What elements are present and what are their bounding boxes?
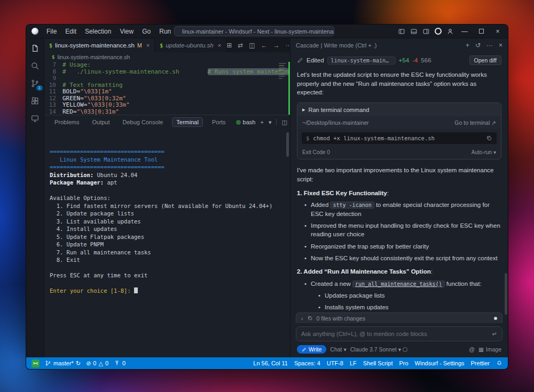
mention-button[interactable]: @ [469, 346, 475, 353]
minimap[interactable] [278, 62, 287, 115]
customize-layout-icon[interactable] [422, 28, 430, 35]
toggle-primary-sidebar-icon[interactable] [398, 28, 405, 35]
panel-tab-debug-console[interactable]: Debug Console [119, 118, 167, 126]
write-mode-button[interactable]: Write [297, 345, 326, 354]
copy-icon[interactable] [486, 135, 492, 141]
history-icon[interactable]: ↺ [475, 42, 481, 49]
cascade-scrollbar[interactable] [505, 273, 507, 315]
status-cursor-position[interactable]: Ln 56, Col 11 [253, 360, 288, 366]
menu-edit[interactable]: Edit [61, 27, 80, 36]
status-eol[interactable]: LF [350, 360, 357, 366]
explorer-icon[interactable] [30, 44, 40, 53]
improvements-list: 1. Fixed ESC Key Functionality:•Added st… [297, 189, 501, 313]
cascade-toolbar: Write Chat ▾ Claude 3.7 Sonnet ▾ @ ▦ Ima… [290, 341, 508, 357]
terminal-line: 1. Find fastest mirror servers (Not avai… [50, 202, 285, 210]
prev-change-icon[interactable]: ‹ [301, 315, 303, 322]
tab-update-ubuntu.sh[interactable]: $update-ubuntu.sh× [155, 38, 226, 52]
open-diff-button[interactable]: Open diff [469, 55, 501, 65]
terminal-line: Package Manager: apt [50, 179, 285, 187]
menu-selection[interactable]: Selection [81, 27, 115, 36]
bell-icon[interactable] [496, 360, 502, 366]
sub-bullet-item: •Updates package lists [304, 291, 501, 300]
menu-run[interactable]: Run [155, 27, 175, 36]
status-windsurf-settings[interactable]: Windsurf - Settings [415, 360, 465, 366]
line-number: 14 [44, 109, 62, 115]
files-with-changes-label: 0 files with changes [317, 315, 366, 322]
additions-count: +54 [399, 57, 410, 63]
split-terminal-icon[interactable]: ◫ [281, 119, 287, 126]
terminal-command-card: ▸ Ran terminal command ~/Desktop/linux-m… [297, 102, 501, 159]
status-encoding[interactable]: UTF-8 [327, 360, 343, 366]
remote-explorer-icon[interactable] [30, 114, 40, 123]
ports-item[interactable]: 0 [114, 360, 125, 366]
navigate-forward-icon[interactable]: → [273, 42, 280, 49]
terminal-scrollbar[interactable] [286, 132, 289, 157]
command-text: chmod +x linux-system-maintenance.sh [313, 135, 435, 141]
toggle-diff-icon[interactable]: ⇄ [238, 42, 243, 49]
cascade-close-icon[interactable]: × [499, 42, 502, 49]
image-button[interactable]: ▦ Image [478, 346, 501, 353]
code-editor[interactable]: 7# Usage:8# ./linux-system-maintenance.s… [44, 62, 290, 115]
chat-mode-button[interactable]: Chat ▾ [330, 346, 346, 353]
editor-group: $linux-system-maintenance.shM×$update-ub… [44, 38, 290, 357]
panel-tab-problems[interactable]: Problems [51, 118, 83, 126]
panel-tab-terminal[interactable]: Terminal [172, 117, 203, 127]
panel-tab-ports[interactable]: Ports [208, 118, 230, 126]
account-icon[interactable] [446, 28, 454, 35]
window-title-search[interactable]: linux-maintainer - Windsurf - Next - lin… [174, 26, 334, 36]
git-branch-item[interactable]: master* ↻ [45, 360, 81, 367]
shell-file-icon: $ [52, 54, 54, 60]
problems-item[interactable]: ⊘0 △0 [86, 360, 108, 367]
auto-run-dropdown[interactable]: Auto-run ▾ [472, 149, 496, 155]
close-tab-icon[interactable]: × [218, 42, 221, 49]
files-with-changes-bar[interactable]: ‹ 0 files with changes [296, 313, 502, 323]
command-card-header[interactable]: ▸ Ran terminal command [297, 103, 501, 116]
terminal-output[interactable]: ================================== Linux… [44, 129, 290, 357]
go-to-terminal-link[interactable]: Go to terminal ↗ [454, 119, 496, 126]
toggle-panel-icon[interactable] [410, 28, 418, 35]
status-indentation[interactable]: Spaces: 4 [294, 360, 320, 366]
new-terminal-icon[interactable]: + [260, 119, 263, 125]
terminal-profile[interactable]: bash [236, 119, 256, 125]
terminal-profile-dropdown-icon[interactable]: ▾ [269, 119, 272, 126]
menu-file[interactable]: File [43, 27, 60, 36]
menu-go[interactable]: Go [138, 27, 154, 36]
close-tab-icon[interactable]: × [146, 42, 150, 49]
status-prettier[interactable]: Prettier [471, 360, 490, 366]
terminal-line: 3. List available updates [50, 218, 285, 226]
terminal-line: Enter your choice [1-8]: [50, 287, 285, 295]
extensions-icon[interactable] [30, 97, 40, 106]
split-editor-icon[interactable]: ◫ [249, 42, 255, 49]
line-number: 9 [44, 75, 62, 82]
model-selector[interactable]: Claude 3.7 Sonnet ▾ [350, 346, 407, 353]
navigate-back-icon[interactable]: ← [261, 42, 268, 49]
tab-bar: $linux-system-maintenance.shM×$update-ub… [44, 38, 290, 52]
close-button[interactable]: × [492, 28, 504, 35]
terminal-line: Distribution: Ubuntu 24.04 [50, 171, 285, 179]
terminal-line: 7. Run all maintenance tasks [50, 249, 285, 257]
breadcrumb[interactable]: $ linux-system-maintenance.sh [44, 52, 290, 62]
code-line: 14RED="\033[0;31m" [44, 109, 290, 115]
status-language-mode[interactable]: Shell Script [363, 360, 393, 366]
maximize-button[interactable] [475, 28, 487, 35]
tab-label: linux-system-maintenance.sh [55, 42, 135, 49]
cascade-conversation[interactable]: Edited linux-system-maintenance.sh +54 -… [290, 52, 508, 313]
tab-linux-system-maintenance.sh[interactable]: $linux-system-maintenance.shM× [44, 38, 155, 52]
remote-indicator-icon[interactable]: >< [32, 359, 40, 367]
edited-file-chip[interactable]: linux-system-maintenance.sh [327, 57, 396, 65]
status-pro[interactable]: Pro [399, 360, 408, 366]
windsurf-account-logo-icon[interactable] [435, 28, 442, 35]
cascade-input[interactable]: Ask anything (Ctrl+L), @ to mention code… [296, 326, 502, 341]
info-icon [403, 347, 407, 352]
search-activity-icon[interactable] [30, 61, 40, 70]
panel-tabs: ProblemsOutputDebug ConsoleTerminalPorts [51, 117, 230, 127]
minimize-button[interactable]: — [459, 28, 470, 35]
panel-header: ProblemsOutputDebug ConsoleTerminalPorts… [44, 115, 290, 129]
cascade-more-icon[interactable]: ··· [486, 42, 493, 49]
panel-tab-output[interactable]: Output [88, 118, 113, 126]
menu-view[interactable]: View [116, 27, 137, 36]
source-control-icon[interactable]: 1 [30, 79, 40, 88]
new-conversation-icon[interactable]: + [466, 42, 469, 49]
compare-changes-icon[interactable]: ⊞ [226, 42, 232, 49]
bullet-item: •Added stty -icanon to enable special ch… [304, 201, 501, 218]
